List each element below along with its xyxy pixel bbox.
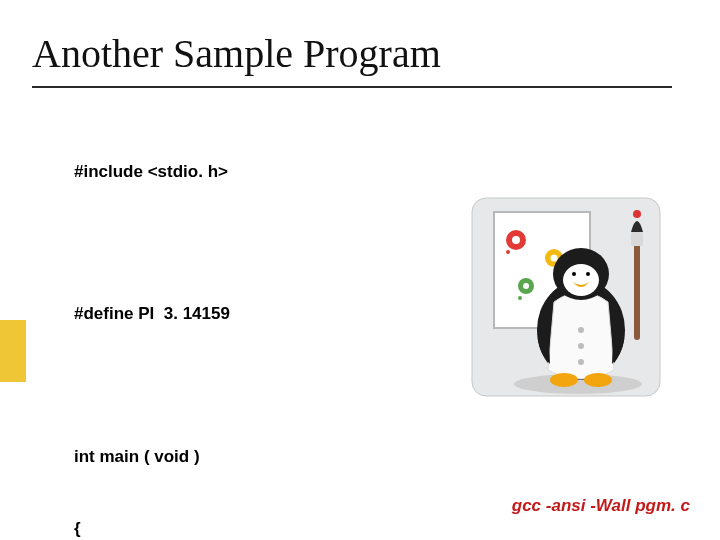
svg-point-23 [584, 373, 612, 387]
code-block: #include <stdio. h> #define PI 3. 14159 … [74, 112, 494, 540]
svg-point-15 [578, 359, 584, 365]
svg-point-8 [506, 250, 510, 254]
compile-filename: pgm. c [635, 496, 690, 515]
svg-rect-24 [634, 240, 640, 340]
svg-point-20 [572, 272, 576, 276]
svg-point-13 [578, 327, 584, 333]
compile-command: gcc -ansi -Wall pgm. c [512, 496, 690, 516]
svg-point-17 [563, 264, 599, 296]
code-line: int main ( void ) [74, 445, 494, 469]
compile-command-text: gcc -ansi -Wall [512, 496, 635, 515]
svg-point-10 [518, 296, 522, 300]
code-line: #define PI 3. 14159 [74, 302, 494, 326]
code-line: #include <stdio. h> [74, 160, 494, 184]
svg-point-26 [633, 210, 641, 218]
svg-point-7 [523, 283, 529, 289]
accent-bar [0, 320, 26, 382]
code-blank [74, 374, 494, 398]
svg-point-22 [550, 373, 578, 387]
code-line: { [74, 517, 494, 540]
penguin-illustration [466, 192, 666, 402]
svg-point-3 [512, 236, 520, 244]
svg-point-21 [586, 272, 590, 276]
page-title: Another Sample Program [32, 30, 441, 77]
svg-rect-25 [631, 232, 643, 246]
title-underline [32, 86, 672, 88]
penguin-svg [466, 192, 666, 402]
code-blank [74, 231, 494, 255]
slide: Another Sample Program #include <stdio. … [0, 0, 720, 540]
svg-point-14 [578, 343, 584, 349]
svg-point-5 [551, 255, 558, 262]
